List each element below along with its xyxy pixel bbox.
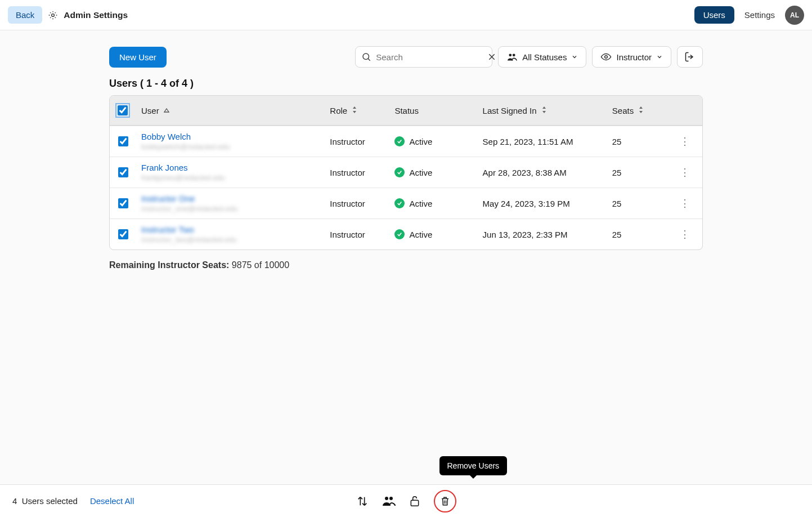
svg-point-16 (385, 497, 388, 500)
user-name-link[interactable]: Bobby Welch (141, 132, 191, 141)
select-all-checkbox[interactable] (118, 105, 128, 115)
svg-marker-10 (353, 106, 356, 109)
remaining-seats-value: 9875 of 10000 (232, 260, 289, 270)
status-filter[interactable]: All Statuses (498, 46, 586, 68)
gear-icon (48, 10, 58, 20)
eye-icon (600, 53, 612, 61)
user-name-link[interactable]: Instructor Two (141, 225, 194, 234)
sort-icon (638, 106, 644, 115)
seats-value: 25 (607, 188, 667, 219)
user-role: Instructor (324, 126, 389, 157)
row-checkbox[interactable] (118, 229, 128, 239)
status-active-icon (394, 229, 405, 239)
svg-marker-9 (164, 109, 169, 112)
chevron-down-icon (571, 54, 578, 60)
column-seats[interactable]: Seats (612, 106, 634, 115)
tab-settings[interactable]: Settings (744, 10, 775, 20)
top-bar: Back Admin Settings Users Settings AL (0, 0, 812, 30)
svg-point-6 (513, 54, 515, 56)
svg-marker-13 (542, 111, 546, 113)
seats-value: 25 (607, 157, 667, 188)
deselect-all-link[interactable]: Deselect All (90, 496, 134, 506)
status-label: Active (409, 199, 432, 208)
column-status: Status (394, 106, 419, 115)
user-email: instructor_one@redacted.edu (141, 204, 237, 213)
sort-asc-icon (164, 106, 169, 115)
search-input[interactable] (371, 52, 487, 62)
user-role: Instructor (324, 188, 389, 219)
user-role: Instructor (324, 219, 389, 249)
remaining-seats: Remaining Instructor Seats: 9875 of 1000… (109, 260, 703, 270)
role-filter[interactable]: Instructor (592, 46, 671, 68)
row-kebab-menu[interactable]: ⋮ (680, 229, 690, 240)
user-name-link[interactable]: Frank Jones (141, 163, 188, 172)
svg-line-2 (368, 59, 370, 61)
remaining-seats-label: Remaining Instructor Seats: (109, 260, 229, 270)
swap-icon[interactable] (356, 495, 369, 507)
list-title: Users ( 1 - 4 of 4 ) (109, 78, 703, 90)
user-name-link[interactable]: Instructor One (141, 194, 195, 203)
users-table: User Role Status Last Signed In (109, 95, 703, 250)
status-active-icon (394, 198, 405, 208)
remove-users-button[interactable] (434, 490, 456, 512)
selection-bar: 4 Users selected Deselect All Remove Use… (0, 484, 812, 517)
tab-users[interactable]: Users (694, 6, 734, 24)
trash-icon (440, 496, 450, 507)
svg-marker-15 (639, 111, 643, 113)
status-label: Active (409, 137, 432, 146)
row-checkbox[interactable] (118, 198, 128, 208)
seats-value: 25 (607, 219, 667, 249)
svg-point-0 (52, 14, 55, 16)
svg-point-7 (605, 56, 608, 59)
svg-marker-11 (353, 111, 356, 113)
svg-point-1 (363, 54, 369, 60)
user-email: bobbywelch@redacted.edu (141, 142, 230, 151)
status-label: Active (409, 168, 432, 177)
status-active-icon (394, 167, 405, 177)
export-icon (684, 51, 696, 63)
column-last-signed-in[interactable]: Last Signed In (483, 106, 537, 115)
last-signed-in: May 24, 2023, 3:19 PM (477, 188, 607, 219)
row-kebab-menu[interactable]: ⋮ (680, 198, 690, 209)
row-kebab-menu[interactable]: ⋮ (680, 136, 690, 147)
seats-value: 25 (607, 126, 667, 157)
column-role[interactable]: Role (330, 106, 347, 115)
table-row: Bobby Welchbobbywelch@redacted.eduInstru… (110, 126, 702, 157)
svg-rect-18 (411, 500, 418, 506)
selection-count: 4 Users selected (12, 496, 78, 506)
chevron-down-icon (656, 54, 663, 60)
sort-icon (541, 106, 547, 115)
row-checkbox[interactable] (118, 167, 128, 177)
svg-marker-12 (542, 106, 546, 109)
status-label: Active (409, 230, 432, 239)
export-button[interactable] (677, 46, 703, 68)
sort-icon (352, 106, 357, 115)
column-user[interactable]: User (141, 106, 159, 115)
avatar[interactable]: AL (785, 6, 804, 25)
assign-group-icon[interactable] (382, 496, 396, 507)
status-filter-label: All Statuses (522, 52, 567, 62)
table-row: Instructor Oneinstructor_one@redacted.ed… (110, 188, 702, 219)
table-row: Frank Jonesfrankjones@redacted.eduInstru… (110, 157, 702, 188)
back-button[interactable]: Back (8, 6, 42, 24)
people-icon (506, 52, 518, 61)
unlock-icon[interactable] (409, 495, 420, 507)
table-row: Instructor Twoinstructor_two@redacted.ed… (110, 219, 702, 249)
last-signed-in: Sep 21, 2023, 11:51 AM (477, 126, 607, 157)
last-signed-in: Jun 13, 2023, 2:33 PM (477, 219, 607, 249)
svg-point-5 (509, 54, 512, 56)
user-email: frankjones@redacted.edu (141, 173, 225, 182)
clear-search-icon[interactable] (487, 52, 496, 61)
new-user-button[interactable]: New User (109, 47, 167, 68)
row-checkbox[interactable] (118, 136, 128, 146)
user-role: Instructor (324, 157, 389, 188)
role-filter-label: Instructor (616, 52, 652, 62)
svg-marker-14 (639, 106, 643, 109)
row-kebab-menu[interactable]: ⋮ (680, 167, 690, 178)
search-icon (361, 52, 371, 62)
page-title: Admin Settings (64, 10, 128, 20)
svg-point-17 (389, 497, 393, 500)
last-signed-in: Apr 28, 2023, 8:38 AM (477, 157, 607, 188)
search-input-wrap (355, 46, 492, 68)
user-email: instructor_two@redacted.edu (141, 235, 237, 244)
